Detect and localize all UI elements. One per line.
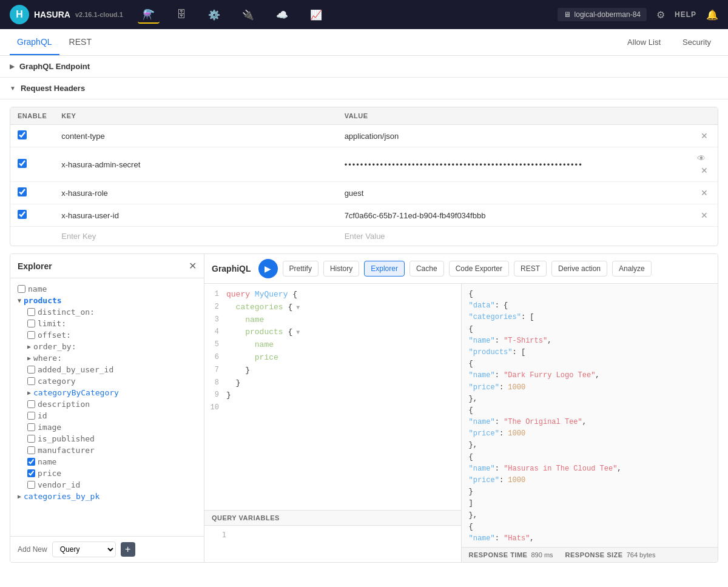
limit-checkbox[interactable] (27, 320, 35, 327)
explorer-panel: Explorer ✕ name ▼ products distinct_on: … (10, 254, 204, 562)
code-line: 1 query MyQuery { (204, 289, 461, 301)
endpoint-caret: ▶ (10, 63, 15, 70)
row4-enable-checkbox[interactable] (18, 210, 27, 219)
products-caret: ▼ (18, 297, 21, 304)
description-checkbox[interactable] (27, 400, 35, 408)
nav-icon-events[interactable]: 🔌 (237, 7, 259, 23)
id-checkbox[interactable] (27, 412, 35, 420)
notifications-icon[interactable]: 🔔 (706, 9, 718, 21)
version-badge: v2.16.1-cloud.1 (75, 11, 123, 18)
result-line: "data": { (469, 300, 711, 312)
price-checkbox[interactable] (27, 469, 35, 477)
server-badge[interactable]: 🖥 logical-doberman-84 (558, 8, 647, 21)
allow-list-button[interactable]: Allow List (620, 34, 668, 50)
key-placeholder: Enter Key (61, 232, 96, 241)
nav-icons: ⚗️ 🗄 ⚙️ 🔌 ☁️ 📈 (138, 6, 327, 24)
nav-left: H HASURA v2.16.1-cloud.1 ⚗️ 🗄 ⚙️ 🔌 ☁️ 📈 (10, 5, 327, 24)
row2-enable-checkbox[interactable] (18, 159, 27, 168)
list-item[interactable]: ▶ order_by: (18, 341, 197, 352)
query-variables-body[interactable]: 1 (204, 526, 461, 562)
nav-icon-metrics[interactable]: 📈 (305, 7, 327, 23)
help-button[interactable]: HELP (675, 10, 696, 19)
code-line: 3 name (204, 314, 461, 327)
row1-key: content-type (54, 125, 337, 147)
image-checkbox[interactable] (27, 423, 35, 431)
result-line: ] (469, 498, 711, 509)
list-item: distinct_on: (18, 306, 197, 318)
vendor-id-checkbox[interactable] (27, 481, 35, 489)
result-line: "name": "Hasuras in The Cloud Tee", (469, 463, 711, 475)
result-line: "name": "T-Shirts", (469, 335, 711, 347)
nav-icon-remote[interactable]: ☁️ (271, 7, 293, 23)
nav-icon-actions[interactable]: ⚙️ (203, 7, 225, 23)
explorer-footer: Add New Query Mutation Subscription + (10, 536, 204, 562)
explorer-button[interactable]: Explorer (364, 261, 405, 277)
row1-value: application/json (337, 125, 681, 147)
row4-value: 7cf0a66c-65b7-11ed-b904-fb49f034fbbb (337, 204, 681, 227)
table-row: content-type application/json ✕ (10, 125, 718, 147)
top-area: ▶ GraphQL Endpoint ▼ Request Headers ENA… (0, 56, 728, 246)
category-checkbox[interactable] (27, 377, 35, 385)
row4-delete-button[interactable]: ✕ (698, 209, 710, 221)
is-published-checkbox[interactable] (27, 435, 35, 443)
rest-button[interactable]: REST (514, 261, 547, 277)
list-item: price (18, 468, 197, 479)
query-editor[interactable]: 1 query MyQuery { 2 categories { ▼ 3 nam… (204, 284, 461, 510)
settings-icon[interactable]: ⚙ (656, 9, 665, 21)
query-variables-section: QUERY VARIABLES 1 (204, 510, 461, 562)
table-row: x-hasura-admin-secret ••••••••••••••••••… (10, 147, 718, 182)
row1-enable-checkbox[interactable] (18, 130, 27, 139)
query-pane: 1 query MyQuery { 2 categories { ▼ 3 nam… (204, 284, 462, 562)
list-item[interactable]: ▶ categories_by_pk (18, 491, 197, 502)
sub-navigation: GraphQL REST Allow List Security (0, 29, 728, 56)
result-line: }, (469, 440, 711, 451)
list-item: description (18, 398, 197, 410)
server-icon: 🖥 (564, 10, 571, 19)
offset-checkbox[interactable] (27, 331, 35, 339)
list-item[interactable]: ▶ where: (18, 352, 197, 364)
history-button[interactable]: History (323, 261, 359, 277)
derive-action-button[interactable]: Derive action (551, 261, 607, 277)
nav-icon-api[interactable]: ⚗️ (138, 6, 160, 24)
query-type-select[interactable]: Query Mutation Subscription (52, 542, 116, 557)
app-logo[interactable]: H HASURA v2.16.1-cloud.1 (10, 5, 123, 24)
cache-button[interactable]: Cache (410, 261, 444, 277)
col-key: KEY (54, 107, 337, 125)
list-item[interactable]: ▼ products (18, 295, 197, 306)
headers-caret: ▼ (10, 85, 16, 92)
list-item: offset: (18, 329, 197, 341)
explorer-close-button[interactable]: ✕ (189, 260, 197, 272)
row3-enable-checkbox[interactable] (18, 187, 27, 196)
result-line: "name": "The Original Tee", (469, 417, 711, 428)
code-line: 4 products { ▼ (204, 326, 461, 339)
code-line: 1 (212, 531, 454, 539)
analyze-button[interactable]: Analyze (612, 261, 652, 277)
run-query-button[interactable]: ▶ (258, 259, 278, 278)
add-query-button[interactable]: + (121, 542, 135, 557)
request-headers-section[interactable]: ▼ Request Headers (0, 78, 728, 99)
security-button[interactable]: Security (675, 34, 718, 50)
added-by-user-checkbox[interactable] (27, 366, 35, 374)
app-name: HASURA (34, 10, 70, 19)
tree-item-name-checkbox[interactable] (18, 285, 25, 293)
nav-right: 🖥 logical-doberman-84 ⚙ HELP 🔔 (558, 8, 718, 21)
prettify-button[interactable]: Prettify (283, 261, 318, 277)
graphql-endpoint-section[interactable]: ▶ GraphQL Endpoint (0, 56, 728, 78)
row2-eye-button[interactable]: 👁 (695, 152, 708, 164)
code-line: 6 price (204, 352, 461, 364)
result-line: { (469, 358, 711, 370)
query-variables-header[interactable]: QUERY VARIABLES (204, 511, 461, 526)
distinct-on-checkbox[interactable] (27, 308, 35, 316)
manufacturer-checkbox[interactable] (27, 446, 35, 454)
tab-rest[interactable]: REST (62, 29, 99, 55)
name-checkbox[interactable] (27, 458, 35, 466)
list-item[interactable]: ▶ categoryByCategory (18, 387, 197, 398)
code-exporter-button[interactable]: Code Exporter (449, 261, 509, 277)
add-new-label: Add New (18, 545, 47, 554)
row3-delete-button[interactable]: ✕ (698, 187, 710, 199)
row1-delete-button[interactable]: ✕ (698, 130, 710, 142)
nav-icon-data[interactable]: 🗄 (172, 7, 191, 22)
tab-graphql[interactable]: GraphQL (10, 29, 59, 55)
row2-delete-button[interactable]: ✕ (698, 164, 710, 176)
graphiql-area: Explorer ✕ name ▼ products distinct_on: … (10, 253, 718, 563)
